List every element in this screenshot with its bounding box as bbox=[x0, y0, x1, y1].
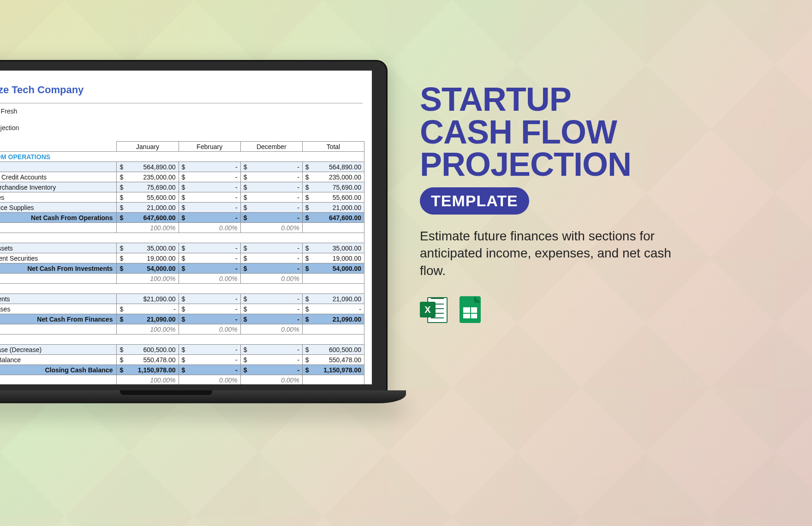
table-header-row: January February December Total bbox=[0, 142, 364, 152]
cell-amount: $- bbox=[240, 162, 302, 172]
section-finances: FINANCES bbox=[0, 284, 364, 294]
total-label: Net Cash From Finances bbox=[0, 314, 117, 324]
laptop-notch bbox=[120, 390, 212, 395]
cell-amount: $- bbox=[240, 294, 302, 304]
section-total-row: Net Cash From Investments$54,000.00$-$-$… bbox=[0, 263, 364, 274]
row-label: Sale of Fixed Assets bbox=[0, 243, 117, 253]
cell-amount: $- bbox=[179, 263, 240, 274]
row-label: Dividend Payments bbox=[0, 294, 117, 304]
col-january: January bbox=[117, 142, 179, 152]
section-ending: ANNUAL ENDING bbox=[0, 335, 364, 345]
section-total-row: Net Cash From Operations$647,600.00$-$-$… bbox=[0, 213, 364, 223]
cell-amount: $75,690.00 bbox=[302, 182, 364, 192]
cell-amount: $- bbox=[179, 294, 240, 304]
cell-amount: $55,600.00 bbox=[117, 192, 179, 203]
cell-amount: $600,500.00 bbox=[117, 345, 179, 355]
cell-amount: $21,000.00 bbox=[117, 203, 179, 213]
row-label: Net Cash Increase (Decrease) bbox=[0, 345, 117, 355]
cell-amount: $- bbox=[240, 192, 302, 203]
cell-amount: $35,000.00 bbox=[117, 243, 179, 253]
cell-amount: $- bbox=[240, 253, 302, 263]
cell-amount: $19,000.00 bbox=[302, 253, 364, 263]
cell-amount: $- bbox=[117, 304, 179, 314]
row-label: Purchase of Office Supplies bbox=[0, 203, 117, 213]
section-total-row: Closing Cash Balance$1,150,978.00$-$-$1,… bbox=[0, 365, 364, 375]
cell-amount: $- bbox=[179, 213, 240, 223]
cell-amount: $21,090.00 bbox=[302, 294, 364, 304]
excel-badge-letter: X bbox=[420, 302, 436, 317]
cell-amount: $235,000.00 bbox=[302, 172, 364, 182]
laptop-bezel: YOUR LOGO HERE Strategize Tech Company P… bbox=[0, 60, 388, 392]
cell-amount: $- bbox=[179, 203, 240, 213]
row-label: Purchase of Merchandise Inventory bbox=[0, 182, 117, 192]
cell-amount: $- bbox=[179, 243, 240, 253]
template-promo-canvas: YOUR LOGO HERE Strategize Tech Company P… bbox=[0, 0, 812, 526]
cell-amount: $21,090.00 bbox=[117, 294, 179, 304]
cell-amount: $- bbox=[179, 365, 240, 375]
document-header: YOUR LOGO HERE Strategize Tech Company bbox=[0, 77, 363, 103]
section-pct-row: 100.00%0.00%0.00% bbox=[0, 223, 364, 233]
table-row: Stock Repurchases$-$-$-$- bbox=[0, 304, 364, 314]
cell-amount: $- bbox=[240, 365, 302, 375]
table-row: Purchase of Office Supplies$21,000.00$-$… bbox=[0, 203, 364, 213]
cell-amount: $550,478.00 bbox=[117, 355, 179, 365]
cell-amount: $1,150,978.00 bbox=[117, 365, 179, 375]
cell-amount: $- bbox=[302, 304, 364, 314]
cell-amount: $- bbox=[240, 203, 302, 213]
total-label: Closing Cash Balance bbox=[0, 365, 117, 375]
cell-amount: $647,600.00 bbox=[117, 213, 179, 223]
section-total-row: Net Cash From Finances$21,090.00$-$-$21,… bbox=[0, 314, 364, 324]
table-row: Payroll Expenses$55,600.00$-$-$55,600.00 bbox=[0, 192, 364, 203]
google-sheets-icon bbox=[457, 296, 484, 324]
row-label: Stock Repurchases bbox=[0, 304, 117, 314]
excel-icon: X bbox=[420, 296, 448, 324]
promo-title: STARTUP CASH FLOW PROJECTION bbox=[420, 83, 715, 181]
cell-amount: $54,000.00 bbox=[117, 263, 179, 274]
cell-amount: $- bbox=[240, 355, 302, 365]
cell-amount: $- bbox=[179, 182, 240, 192]
table-row: Cash Sales$564,890.00$-$-$564,890.00 bbox=[0, 162, 364, 172]
table-row: Dividend Payments$21,090.00$-$-$21,090.0… bbox=[0, 294, 364, 304]
cell-amount: $564,890.00 bbox=[302, 162, 364, 172]
cell-amount: $- bbox=[179, 162, 240, 172]
app-icons: X bbox=[420, 296, 715, 324]
cell-amount: $- bbox=[179, 355, 240, 365]
table-row: Collection From Credit Accounts$235,000.… bbox=[0, 172, 364, 182]
section-pct-row: 100.00%0.00%0.00% bbox=[0, 375, 364, 385]
document-meta: Prepared by: Ms. Mari Fresh For the Year… bbox=[0, 105, 363, 137]
table-row: Opening Cash Balance$550,478.00$-$-$550,… bbox=[0, 355, 364, 365]
row-label: Sale of Investment Securities bbox=[0, 253, 117, 263]
cell-amount: $564,890.00 bbox=[117, 162, 179, 172]
year-line: For the Year 2050 bbox=[0, 115, 363, 124]
section-investments: INVESTMENTS bbox=[0, 233, 364, 243]
laptop-mockup: YOUR LOGO HERE Strategize Tech Company P… bbox=[0, 60, 388, 457]
cell-amount: $- bbox=[240, 182, 302, 192]
table-row: Sale of Investment Securities$19,000.00$… bbox=[0, 253, 364, 263]
cell-amount: $55,600.00 bbox=[302, 192, 364, 203]
cell-amount: $- bbox=[240, 243, 302, 253]
cell-amount: $19,000.00 bbox=[117, 253, 179, 263]
cell-amount: $600,500.00 bbox=[302, 345, 364, 355]
cell-amount: $- bbox=[240, 304, 302, 314]
cell-amount: $- bbox=[240, 263, 302, 274]
row-label: Cash Sales bbox=[0, 162, 117, 172]
cashflow-table: January February December Total CASH REC… bbox=[0, 141, 364, 384]
cell-amount: $- bbox=[240, 314, 302, 324]
cell-amount: $- bbox=[179, 304, 240, 314]
table-row: Purchase of Merchandise Inventory$75,690… bbox=[0, 182, 364, 192]
section-pct-row: 100.00%0.00%0.00% bbox=[0, 274, 364, 284]
table-row: Sale of Fixed Assets$35,000.00$-$-$35,00… bbox=[0, 243, 364, 253]
cell-amount: $- bbox=[240, 213, 302, 223]
title-line-2: CASH FLOW bbox=[420, 116, 715, 149]
company-name: Strategize Tech Company bbox=[0, 84, 84, 96]
cell-amount: $21,090.00 bbox=[302, 314, 364, 324]
marketing-panel: STARTUP CASH FLOW PROJECTION TEMPLATE Es… bbox=[420, 83, 715, 324]
cell-amount: $- bbox=[179, 253, 240, 263]
cell-amount: $- bbox=[179, 345, 240, 355]
section-receipts: CASH RECEIPTS FROM OPERATIONS bbox=[0, 152, 364, 162]
cell-amount: $- bbox=[179, 192, 240, 203]
template-pill: TEMPLATE bbox=[420, 187, 529, 215]
cell-amount: $- bbox=[179, 314, 240, 324]
cell-amount: $35,000.00 bbox=[302, 243, 364, 253]
cell-amount: $235,000.00 bbox=[117, 172, 179, 182]
